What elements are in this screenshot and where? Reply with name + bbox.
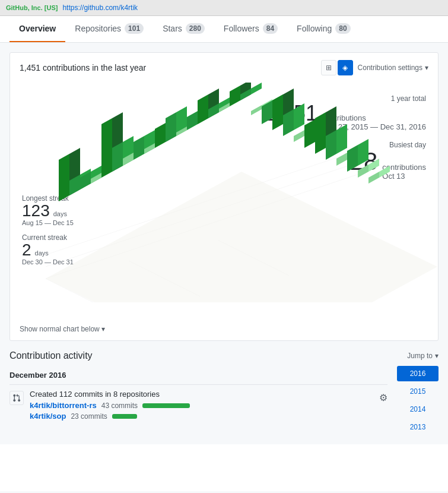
browser-url: https://github.com/k4rtik — [62, 4, 138, 12]
activity-section: Contribution activity Jump to ▾ December… — [9, 350, 439, 435]
activity-bar-1 — [142, 403, 190, 408]
svg-marker-73 — [294, 130, 304, 142]
activity-desc: Created 112 commits in 8 repositories — [30, 390, 373, 399]
tab-stars[interactable]: Stars 280 — [153, 16, 214, 42]
svg-marker-96 — [46, 172, 437, 302]
svg-marker-61 — [251, 105, 262, 115]
activity-item: Created 112 commits in 8 repositories k4… — [9, 384, 387, 425]
svg-marker-19 — [101, 118, 112, 178]
svg-marker-90 — [368, 159, 379, 172]
svg-marker-81 — [336, 124, 347, 154]
activity-bar-2 — [112, 414, 137, 419]
tab-repositories[interactable]: Repositories 101 — [65, 16, 153, 42]
browser-bar: GitHub, Inc. [US] https://github.com/k4r… — [0, 0, 448, 16]
svg-marker-76 — [304, 119, 315, 148]
contribution-title: 1,451 contributions in the last year — [20, 63, 146, 72]
svg-marker-94 — [368, 172, 379, 184]
repo-link-1[interactable]: k4rtik/bittorrent-rs — [30, 401, 97, 410]
svg-marker-37 — [166, 112, 176, 142]
svg-marker-64 — [262, 100, 272, 124]
tab-following[interactable]: Following 80 — [287, 16, 360, 42]
main-content: 1,451 contributions in the last year ⊞ ◈… — [0, 43, 448, 444]
activity-content-wrapper: December 2016 Created 112 commits in 8 r… — [9, 366, 439, 435]
isometric-chart — [10, 83, 437, 302]
svg-marker-88 — [347, 145, 358, 172]
filter-icon[interactable]: ⚙ — [379, 392, 387, 403]
profile-nav: Overview Repositories 101 Stars 280 Foll… — [0, 16, 448, 43]
svg-marker-28 — [134, 136, 144, 160]
contribution-section: 1,451 contributions in the last year ⊞ ◈… — [9, 52, 439, 341]
iso-view-button[interactable]: ◈ — [338, 60, 353, 75]
year-2014-button[interactable]: 2014 — [397, 402, 439, 417]
contribution-header: 1,451 contributions in the last year ⊞ ◈… — [10, 53, 438, 83]
contribution-toolbar: ⊞ ◈ Contribution settings ▾ — [321, 60, 428, 75]
svg-marker-87 — [358, 139, 368, 166]
repo-link-2[interactable]: k4rtik/sop — [30, 412, 66, 421]
month-label: December 2016 — [9, 371, 387, 380]
svg-marker-34 — [155, 123, 166, 148]
jump-to: Jump to ▾ — [407, 352, 439, 360]
svg-marker-91 — [358, 165, 368, 178]
jump-to-button[interactable]: Jump to ▾ — [407, 352, 439, 360]
svg-marker-43 — [187, 111, 198, 130]
commit-count-1: 43 commits — [101, 402, 138, 410]
grid-view-button[interactable]: ⊞ — [321, 60, 336, 75]
svg-marker-85 — [336, 153, 347, 166]
svg-marker-79 — [315, 112, 326, 154]
activity-title: Contribution activity — [9, 350, 93, 361]
tab-overview[interactable]: Overview — [9, 16, 65, 42]
svg-marker-55 — [230, 86, 240, 106]
activity-bar-row-1: k4rtik/bittorrent-rs 43 commits — [30, 401, 373, 410]
show-chart-link[interactable]: Show normal chart below ▾ — [10, 320, 438, 340]
svg-marker-67 — [272, 94, 283, 130]
svg-marker-69 — [294, 103, 304, 130]
activity-main: December 2016 Created 112 commits in 8 r… — [9, 366, 387, 435]
activity-bar-row-2: k4rtik/sop 23 commits — [30, 412, 373, 421]
svg-marker-93 — [379, 166, 390, 178]
year-2016-button[interactable]: 2016 — [397, 366, 439, 381]
activity-header-row: Contribution activity Jump to ▾ — [9, 350, 439, 361]
commit-count-2: 23 commits — [71, 412, 107, 421]
year-2015-button[interactable]: 2015 — [397, 384, 439, 399]
activity-details: Created 112 commits in 8 repositories k4… — [30, 390, 373, 421]
contribution-settings-button[interactable]: Contribution settings ▾ — [358, 64, 428, 72]
browser-favicon: GitHub, Inc. [US] — [6, 4, 58, 11]
year-2013-button[interactable]: 2013 — [397, 419, 439, 435]
svg-marker-46 — [198, 94, 208, 124]
svg-marker-57 — [251, 83, 262, 94]
tab-followers[interactable]: Followers 84 — [214, 16, 287, 42]
commit-icon — [9, 391, 24, 405]
svg-marker-7 — [59, 154, 69, 201]
view-toggle: ⊞ ◈ — [321, 60, 353, 75]
activity-years: 2016 2015 2014 2013 — [397, 366, 439, 435]
iso-chart-container: 1 year total 1,451 contributions Dec 27,… — [10, 83, 438, 320]
